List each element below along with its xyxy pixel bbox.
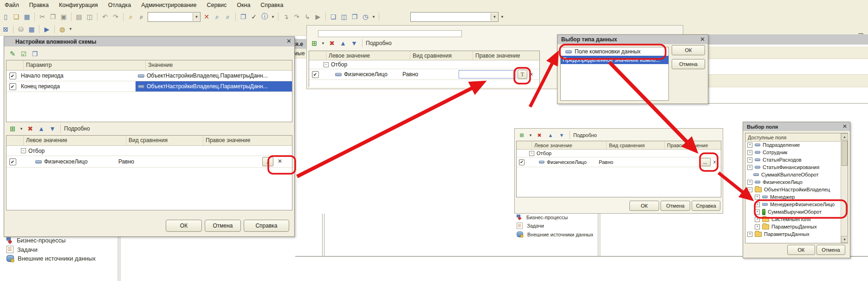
menu-debug[interactable]: Отладка [104, 1, 136, 9]
move-up-icon[interactable]: ▲ [338, 39, 348, 48]
filter-item-row[interactable]: ✔ ФизическоеЛицо Равно ... x [517, 157, 721, 167]
close-icon[interactable]: ✕ [700, 36, 705, 43]
tree-item[interactable]: +Менеджер [745, 193, 841, 201]
right-value-cell[interactable]: ... x [649, 157, 721, 167]
run-report-icon[interactable]: ▶ [42, 25, 52, 34]
type-item-composition-field[interactable]: Поле компоновки данных [561, 47, 668, 56]
find-icon[interactable]: ⌕ [126, 12, 136, 21]
ok-button[interactable]: ОК [672, 45, 705, 55]
menu-administration[interactable]: Администрирование [136, 1, 201, 9]
tree-item[interactable]: +СтатьяРасходов [745, 156, 841, 163]
type-item-predefined-value[interactable]: Предопределенное значение компо... [561, 56, 668, 64]
tree-item[interactable]: +ПараметрыДанных [745, 230, 841, 238]
checkbox-checked[interactable]: ✔ [519, 159, 525, 165]
row-check-cell[interactable]: ✔ [6, 71, 19, 81]
type-button[interactable]: T [518, 70, 527, 79]
paste-icon[interactable]: ▣ [59, 12, 68, 21]
add-filter-item-icon[interactable]: ⊞ [8, 124, 17, 133]
collapse-icon[interactable]: − [324, 62, 329, 67]
split-window-icon[interactable]: ◫ [339, 12, 349, 21]
open-icon[interactable]: ❏ [12, 12, 21, 21]
expand-icon[interactable]: + [755, 224, 760, 229]
checkbox-checked[interactable]: ✔ [312, 71, 319, 78]
collapse-icon[interactable]: − [529, 151, 534, 156]
move-up-icon[interactable]: ▲ [37, 124, 46, 133]
tree-item[interactable]: −ОбъектНастройкиВладелец [745, 186, 841, 193]
ok-button[interactable]: ОК [629, 201, 659, 211]
add-dropdown-icon[interactable]: ▼ [19, 127, 24, 131]
tree-item-business-processes[interactable]: Бизнес-процессы [516, 214, 593, 221]
scroll-thumb[interactable] [842, 141, 848, 166]
add-dropdown-icon[interactable]: ▼ [321, 41, 325, 46]
copy-value-icon[interactable]: ❐ [30, 49, 39, 59]
checkbox-checked[interactable]: ✔ [9, 72, 16, 79]
database-icon[interactable]: ⛁ [16, 25, 26, 34]
set-value-icon[interactable]: ☑ [19, 49, 28, 59]
left-value-cell[interactable]: ФизическоеЛицо [527, 157, 596, 167]
dialog-titlebar[interactable]: Выбор поля ✕ [743, 122, 850, 131]
cut-icon[interactable]: ✂ [38, 12, 47, 21]
copy-icon[interactable]: ❐ [48, 12, 58, 21]
expand-icon[interactable]: + [747, 232, 752, 237]
menu-help[interactable]: Справка [256, 1, 288, 9]
step-out-icon[interactable]: ↳ [303, 12, 312, 21]
print-preview-icon[interactable]: ◫ [85, 12, 94, 21]
tree-item[interactable]: +СтатьяФинансирования [745, 163, 841, 171]
menu-edit[interactable]: Правка [25, 1, 53, 9]
ellipsis-button[interactable]: .. [262, 157, 273, 166]
all-windows-icon[interactable]: ❐ [350, 12, 359, 21]
checkbox-checked[interactable]: ✔ [9, 83, 16, 90]
undo-icon[interactable]: ↶ [100, 12, 110, 21]
windows-copy-icon[interactable]: ❐ [239, 12, 248, 21]
group-cell[interactable]: − Отбор [527, 150, 554, 157]
row-check-cell[interactable]: ✔ [6, 81, 19, 91]
comparison-cell[interactable]: Равно [116, 156, 188, 167]
collapse-icon[interactable]: − [747, 187, 752, 192]
expand-icon[interactable]: + [747, 165, 752, 170]
param-cell[interactable]: Начало периода [19, 71, 136, 81]
find-next-icon[interactable]: ⌕ [213, 12, 222, 21]
help-button[interactable]: Справка [244, 220, 289, 232]
move-down-icon[interactable]: ▼ [557, 131, 566, 140]
context-dropdown-icon[interactable]: ▼ [491, 13, 498, 21]
save-icon[interactable]: ▦ [22, 12, 32, 21]
tree-item-external-sources[interactable]: Внешние источники данных [516, 231, 593, 238]
syntax-check-icon[interactable]: ✓ [249, 12, 259, 21]
step-into-icon[interactable]: ↴ [281, 12, 291, 21]
right-value-cell[interactable]: .. ✕ [188, 156, 292, 167]
find-previous-icon[interactable]: ⌕ [223, 12, 233, 21]
left-value-cell[interactable]: ФизическоеЛицо [321, 69, 400, 79]
filter-group-row[interactable]: − Отбор [517, 150, 721, 157]
add-filter-item-icon[interactable]: ⊞ [310, 39, 319, 48]
tree-item-external-sources[interactable]: Внешние источники данных [6, 255, 96, 262]
add-dropdown-icon[interactable]: ▼ [528, 133, 533, 137]
cancel-button[interactable]: Отмена [661, 201, 690, 211]
move-down-icon[interactable]: ▼ [350, 39, 359, 48]
dialog-titlebar[interactable]: Настройки вложенной схемы ✕ [4, 37, 294, 46]
filter-item-row[interactable]: ✔ ФизическоеЛицо Равно T x [309, 69, 539, 80]
help-button[interactable]: Справка [692, 201, 720, 211]
clear-value-icon[interactable]: x [712, 158, 718, 165]
menu-file[interactable]: Файл [0, 1, 24, 9]
add-filter-item-icon[interactable]: ⊞ [517, 131, 526, 140]
clear-value-icon[interactable]: ✕ [276, 157, 284, 165]
tree-item[interactable]: +Сотрудник [745, 149, 841, 156]
close-icon[interactable]: ✕ [286, 38, 291, 45]
parameter-row[interactable]: ✔ Начало периода ОбъектНастройкиВладелец… [6, 71, 292, 81]
ok-button[interactable]: ОК [787, 245, 815, 255]
table-icon[interactable]: ▦ [27, 25, 36, 34]
ellipsis-button[interactable]: ... [700, 158, 711, 166]
group-cell[interactable]: − Отбор [19, 146, 47, 156]
filter-item-row[interactable]: ✔ ФизическоеЛицо Равно .. ✕ [6, 156, 292, 168]
right-value-cell[interactable]: T x [458, 69, 539, 79]
panel-splitter[interactable] [322, 214, 324, 256]
delete-filter-item-icon[interactable]: ✖ [535, 131, 544, 140]
param-cell[interactable]: Конец периода [19, 81, 136, 91]
search-combobox[interactable]: ▼ [148, 12, 201, 22]
search-input[interactable] [148, 13, 193, 20]
expand-icon[interactable]: + [755, 195, 760, 200]
menu-windows[interactable]: Окна [232, 1, 255, 9]
new-window-icon[interactable]: ❏ [329, 12, 338, 21]
toolbar-overflow-icon[interactable]: ▼ [500, 15, 505, 19]
detail-button[interactable]: Подробно [573, 132, 597, 138]
